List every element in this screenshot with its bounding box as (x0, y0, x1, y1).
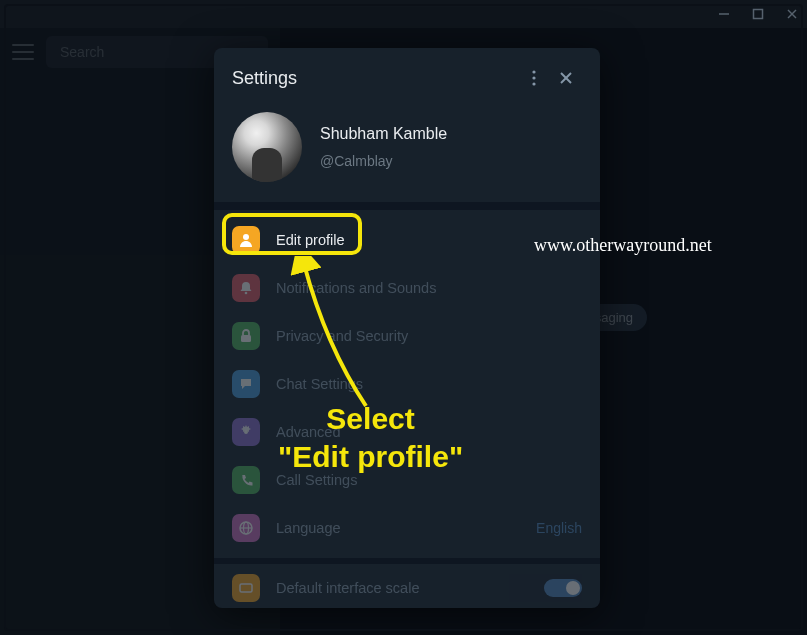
svg-point-9 (243, 234, 249, 240)
menu-item-calls[interactable]: Call Settings (214, 456, 600, 504)
menu-item-language[interactable]: Language English (214, 504, 600, 552)
bell-icon (232, 274, 260, 302)
svg-point-4 (532, 70, 535, 73)
menu-item-notifications[interactable]: Notifications and Sounds (214, 264, 600, 312)
section-divider (214, 202, 600, 210)
kebab-icon (532, 70, 536, 86)
menu-label: Call Settings (276, 472, 582, 488)
menu-item-privacy[interactable]: Privacy and Security (214, 312, 600, 360)
lock-icon (232, 322, 260, 350)
menu-label: Advanced (276, 424, 582, 440)
phone-icon (232, 466, 260, 494)
menu-item-edit-profile[interactable]: Edit profile (214, 216, 600, 264)
person-icon (232, 226, 260, 254)
svg-point-5 (532, 76, 535, 79)
language-value: English (536, 520, 582, 536)
profile-name: Shubham Kamble (320, 125, 447, 143)
svg-rect-16 (240, 584, 252, 592)
menu-item-chat[interactable]: Chat Settings (214, 360, 600, 408)
settings-panel: Settings Shubham Kamble @Calmblay Edit p… (214, 48, 600, 608)
scale-icon (232, 574, 260, 602)
menu-label: Language (276, 520, 520, 536)
close-settings-button[interactable] (550, 62, 582, 94)
menu-label: Edit profile (276, 232, 582, 248)
avatar[interactable] (232, 112, 302, 182)
profile-handle: @Calmblay (320, 153, 447, 169)
gear-icon (232, 418, 260, 446)
menu-label: Default interface scale (276, 580, 528, 596)
svg-rect-11 (241, 335, 251, 342)
globe-icon (232, 514, 260, 542)
settings-title: Settings (232, 68, 518, 89)
scale-toggle[interactable] (544, 579, 582, 597)
more-options-button[interactable] (518, 62, 550, 94)
menu-label: Notifications and Sounds (276, 280, 582, 296)
menu-item-advanced[interactable]: Advanced (214, 408, 600, 456)
svg-point-10 (245, 292, 248, 295)
menu-item-interface-scale[interactable]: Default interface scale (214, 564, 600, 608)
close-icon (559, 71, 573, 85)
settings-menu: Edit profile Notifications and Sounds Pr… (214, 210, 600, 608)
menu-label: Privacy and Security (276, 328, 582, 344)
chat-icon (232, 370, 260, 398)
menu-label: Chat Settings (276, 376, 582, 392)
svg-point-6 (532, 82, 535, 85)
